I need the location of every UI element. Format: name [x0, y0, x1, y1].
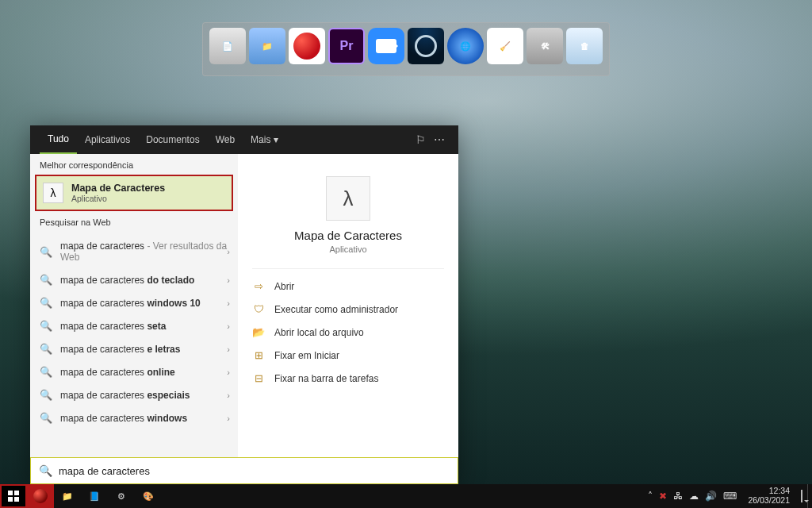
best-match-header: Melhor correspondência	[30, 154, 238, 175]
tab-docs[interactable]: Documentos	[138, 125, 207, 154]
tab-more-label: Mais	[251, 134, 270, 145]
chevron-right-icon: ›	[227, 414, 230, 423]
results-right-column: λ Mapa de Caracteres Aplicativo ⇨Abrir 🛡…	[238, 154, 458, 457]
web-result-4[interactable]: 🔍mapa de caracteres e letras›	[30, 337, 238, 360]
web-result-7[interactable]: 🔍mapa de caracteres windows›	[30, 406, 238, 429]
action-open-location[interactable]: 📂Abrir local do arquivo	[252, 325, 444, 340]
charmap-icon: λ	[43, 183, 63, 203]
tray-up-icon[interactable]: ˄	[648, 491, 653, 502]
action-pin-taskbar[interactable]: ⊟Fixar na barra de tarefas	[252, 371, 444, 386]
web-search-header: Pesquisar na Web	[30, 211, 238, 232]
chevron-right-icon: ›	[227, 275, 230, 285]
feedback-icon[interactable]: ⚐	[411, 133, 430, 146]
web-result-text: mapa de caracteres windows 10	[60, 298, 201, 309]
taskbar-app3[interactable]: 🎨	[135, 491, 162, 502]
results-left-column: Melhor correspondência λ Mapa de Caracte…	[30, 154, 238, 457]
hero-actions: ⇨Abrir 🛡Executar como administrador 📂Abr…	[252, 269, 444, 395]
taskbar: 📁 📘 ⚙ 🎨 ˄ ✖ 🖧 ☁ 🔊 ⌨ 12:34 26/03/2021	[0, 484, 812, 508]
tray-volume-icon[interactable]: 🔊	[705, 491, 717, 502]
dock-app-opera[interactable]	[289, 28, 325, 64]
search-panel: Tudo Aplicativos Documentos Web Mais ▾ ⚐…	[30, 125, 458, 484]
web-result-text: mapa de caracteres online	[60, 367, 175, 378]
tab-more[interactable]: Mais ▾	[243, 125, 286, 154]
tray-lang-icon[interactable]: ⌨	[723, 491, 737, 502]
action-loc-label: Abrir local do arquivo	[274, 327, 364, 338]
start-button[interactable]	[0, 484, 27, 508]
dock-app-tools[interactable]: 🛠	[527, 28, 563, 64]
web-result-text: mapa de caracteres do teclado	[60, 275, 194, 286]
action-center-icon[interactable]	[801, 491, 802, 502]
web-result-6[interactable]: 🔍mapa de caracteres especiais›	[30, 383, 238, 406]
web-result-text: mapa de caracteres e letras	[60, 344, 180, 355]
action-open[interactable]: ⇨Abrir	[252, 279, 444, 294]
search-icon: 🔍	[40, 246, 52, 258]
web-result-3[interactable]: 🔍mapa de caracteres seta›	[30, 314, 238, 337]
search-input[interactable]	[59, 465, 450, 477]
search-icon: 🔍	[39, 464, 52, 477]
taskbar-clock[interactable]: 12:34 26/03/2021	[743, 487, 795, 505]
chevron-right-icon: ›	[227, 391, 230, 400]
web-result-1[interactable]: 🔍mapa de caracteres do teclado›	[30, 268, 238, 291]
dock-app-notepad[interactable]: 📄	[209, 28, 246, 64]
svg-rect-1	[14, 491, 19, 495]
web-result-text: mapa de caracteres seta	[60, 321, 166, 332]
chevron-right-icon: ›	[227, 298, 230, 308]
tray-status-icon[interactable]: ✖	[659, 491, 667, 502]
chevron-right-icon: ›	[227, 344, 230, 354]
search-icon: 🔍	[40, 297, 52, 309]
folder-icon: 📂	[252, 326, 265, 338]
system-tray: ˄ ✖ 🖧 ☁ 🔊 ⌨ 12:34 26/03/2021	[643, 487, 807, 505]
tray-cloud-icon[interactable]: ☁	[689, 491, 699, 502]
tab-apps[interactable]: Aplicativos	[77, 125, 138, 154]
admin-icon: 🛡	[252, 303, 265, 315]
chevron-right-icon: ›	[227, 321, 230, 331]
svg-rect-2	[8, 497, 13, 502]
svg-rect-0	[8, 491, 13, 495]
tab-all[interactable]: Tudo	[40, 125, 77, 154]
search-icon: 🔍	[40, 343, 52, 355]
chevron-right-icon: ›	[227, 368, 230, 377]
search-icon: 🔍	[40, 412, 52, 424]
taskbar-opera[interactable]	[27, 484, 54, 508]
dock-app-recyclebin[interactable]: 🗑	[566, 28, 603, 64]
result-hero: λ Mapa de Caracteres Aplicativo	[252, 168, 444, 269]
open-icon: ⇨	[252, 280, 265, 292]
overflow-icon[interactable]: ⋯	[430, 133, 449, 146]
search-icon: 🔍	[40, 389, 52, 401]
search-icon: 🔍	[40, 320, 52, 332]
web-result-text: mapa de caracteres - Ver resultados da W…	[60, 241, 228, 263]
action-open-label: Abrir	[274, 281, 294, 292]
dock-app-folder[interactable]: 📁	[249, 28, 285, 64]
tab-web[interactable]: Web	[208, 125, 243, 154]
taskbar-app1[interactable]: 📘	[81, 491, 108, 502]
dock-app-earth[interactable]: 🌐	[447, 28, 484, 64]
dock-app-ccleaner[interactable]: 🧹	[487, 28, 523, 64]
hero-title: Mapa de Caracteres	[252, 229, 444, 242]
search-icon: 🔍	[40, 274, 52, 286]
web-result-0[interactable]: 🔍mapa de caracteres - Ver resultados da …	[30, 235, 238, 268]
dock-app-premiere[interactable]: Pr	[328, 28, 365, 64]
dock-app-zoom[interactable]	[368, 28, 404, 64]
web-result-2[interactable]: 🔍mapa de caracteres windows 10›	[30, 291, 238, 314]
search-bar[interactable]: 🔍	[30, 457, 458, 484]
pin-start-icon: ⊞	[252, 349, 265, 361]
action-admin-label: Executar como administrador	[274, 304, 398, 315]
web-results-list: 🔍mapa de caracteres - Ver resultados da …	[30, 232, 238, 433]
search-icon: 🔍	[40, 366, 52, 378]
hero-subtitle: Aplicativo	[252, 244, 444, 254]
dock: 📄 📁 Pr 🌐 🧹 🛠 🗑	[202, 22, 610, 76]
clock-date: 26/03/2021	[748, 496, 790, 506]
web-result-5[interactable]: 🔍mapa de caracteres online›	[30, 360, 238, 383]
action-run-admin[interactable]: 🛡Executar como administrador	[252, 302, 444, 317]
best-match-subtitle: Aplicativo	[71, 194, 165, 203]
dock-app-steam[interactable]	[408, 28, 444, 64]
action-pin-start[interactable]: ⊞Fixar em Iniciar	[252, 348, 444, 363]
best-match-title: Mapa de Caracteres	[71, 183, 165, 194]
svg-rect-3	[14, 497, 19, 502]
tray-network-icon[interactable]: 🖧	[673, 491, 683, 502]
taskbar-app2[interactable]: ⚙	[108, 491, 135, 502]
best-match-result[interactable]: λ Mapa de Caracteres Aplicativo	[35, 175, 233, 211]
taskbar-explorer[interactable]: 📁	[54, 491, 81, 502]
chevron-right-icon: ›	[227, 247, 230, 256]
web-result-text: mapa de caracteres windows	[60, 413, 187, 424]
